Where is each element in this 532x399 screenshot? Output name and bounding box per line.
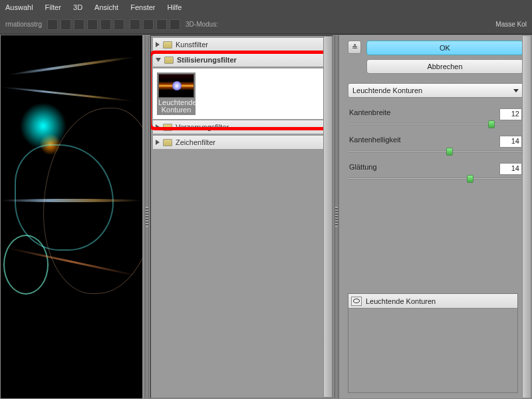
slider-label: Glättung [349, 163, 377, 175]
menu-filter[interactable]: Filter [45, 3, 61, 11]
filter-categories-pane: Kunstfilter Stilisierungsfilter Leuchten… [150, 35, 333, 398]
menu-fenster[interactable]: Fenster [130, 3, 155, 11]
slider-value-input[interactable]: 12 [499, 108, 522, 120]
thumb-label: LeuchtendeKonturen [158, 98, 194, 114]
thumb-image [158, 74, 194, 98]
menu-auswahl[interactable]: Auswahl [5, 3, 33, 11]
pane-divider[interactable] [333, 35, 340, 398]
expand-triangle-icon [156, 140, 160, 145]
slider-value-input[interactable]: 14 [499, 136, 522, 148]
slider-thumb[interactable] [488, 120, 495, 128]
category-zeichenfilter[interactable]: Zeichenfilter [152, 135, 331, 150]
folder-icon [163, 41, 172, 49]
pane-divider[interactable] [144, 35, 150, 398]
slider-thumb[interactable] [446, 148, 453, 156]
align-icon[interactable] [114, 19, 124, 30]
distribute-icons [130, 19, 180, 30]
distribute-icon[interactable] [143, 19, 154, 30]
distribute-icon[interactable] [156, 19, 167, 30]
slider-glaettung: Glättung 14 [348, 163, 523, 180]
options-bar: rmationsstrg 3D-Modus: Masse Kol [0, 15, 532, 35]
slider-track[interactable] [348, 123, 523, 125]
filter-thumbnails: LeuchtendeKonturen [152, 68, 331, 120]
slider-kantenbreite: Kantenbreite 12 [348, 108, 523, 125]
category-label: Verzerrungsfilter [176, 123, 229, 131]
category-label: Zeichenfilter [176, 138, 215, 146]
filter-thumb-leuchtende-konturen[interactable]: LeuchtendeKonturen [157, 72, 196, 115]
expand-triangle-icon [156, 42, 160, 47]
chevron-down-icon [513, 89, 519, 92]
collapse-filters-button[interactable]: ≙ [348, 41, 361, 54]
ok-button[interactable]: OK [366, 41, 523, 55]
slider-value-input[interactable]: 14 [499, 163, 522, 175]
cancel-button[interactable]: Abbrechen [366, 59, 523, 74]
menu-3d[interactable]: 3D [73, 3, 82, 11]
filter-gallery-dialog: Kunstfilter Stilisierungsfilter Leuchten… [0, 35, 532, 399]
menu-bar: Auswahl Filter 3D Ansicht Fenster Hilfe [0, 0, 532, 15]
category-verzerrungsfilter[interactable]: Verzerrungsfilter [152, 120, 331, 134]
scrollbar[interactable] [323, 36, 332, 398]
visibility-eye-icon[interactable] [351, 297, 362, 306]
category-stilisierungsfilter[interactable]: Stilisierungsfilter [152, 53, 331, 67]
dropdown-value: Leuchtende Konturen [352, 86, 422, 94]
expand-triangle-icon [156, 124, 160, 130]
preview-pane[interactable] [1, 35, 144, 398]
effect-layer-label: Leuchtende Konturen [366, 297, 436, 305]
slider-label: Kantenhelligkeit [349, 136, 401, 148]
category-kunstfilter[interactable]: Kunstfilter [152, 37, 331, 52]
scrollbar[interactable] [522, 35, 531, 398]
effect-layers-panel: Leuchtende Konturen [348, 293, 518, 393]
panel-tab-hint: Masse Kol [495, 21, 527, 28]
slider-thumb[interactable] [467, 175, 473, 183]
align-icon[interactable] [100, 19, 111, 30]
category-label: Kunstfilter [176, 41, 208, 49]
mode3d-label: 3D-Modus: [186, 21, 218, 28]
effect-layer-row[interactable]: Leuchtende Konturen [348, 294, 517, 309]
align-icon[interactable] [47, 19, 58, 30]
slider-kantenhelligkeit: Kantenhelligkeit 14 [348, 136, 523, 152]
folder-icon [163, 139, 172, 146]
align-icons [47, 19, 124, 30]
menu-hilfe[interactable]: Hilfe [167, 3, 182, 11]
align-icon[interactable] [87, 19, 98, 30]
collapse-triangle-icon [156, 58, 161, 62]
category-label: Stilisierungsfilter [177, 56, 237, 64]
filter-controls-pane: ≙ OK Abbrechen Leuchtende Konturen Kante… [340, 35, 531, 398]
distribute-icon[interactable] [170, 19, 180, 30]
distribute-icon[interactable] [130, 19, 140, 30]
slider-track[interactable] [348, 178, 523, 180]
double-chevron-up-icon: ≙ [352, 43, 358, 52]
slider-label: Kantenbreite [349, 108, 390, 120]
preview-image [1, 35, 142, 398]
menu-ansicht[interactable]: Ansicht [94, 3, 118, 11]
align-icon[interactable] [74, 19, 84, 30]
effect-dropdown[interactable]: Leuchtende Konturen [348, 83, 523, 98]
slider-track[interactable] [348, 150, 523, 152]
tool-label: rmationsstrg [5, 21, 42, 28]
align-icon[interactable] [61, 19, 71, 30]
folder-icon [163, 124, 172, 131]
folder-icon [164, 57, 174, 64]
